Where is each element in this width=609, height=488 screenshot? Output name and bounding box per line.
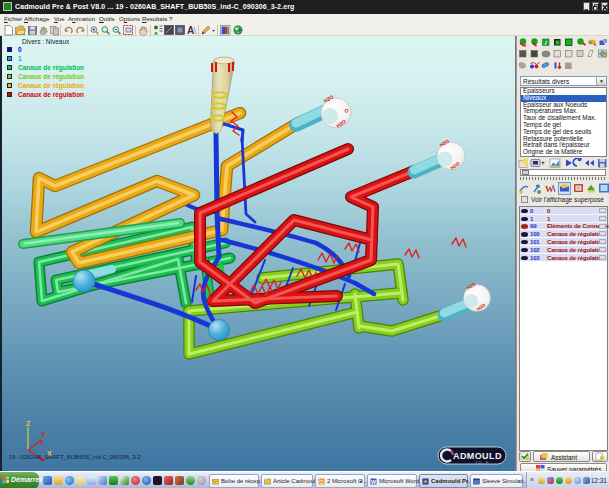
svg-text:Z: Z [26,420,31,427]
svg-text:3D-F: 3D-F [475,460,490,465]
svg-text:Y: Y [41,431,46,438]
svg-text:W: W [371,478,376,484]
svg-text:O: O [319,478,323,484]
svg-text:A: A [187,25,194,36]
